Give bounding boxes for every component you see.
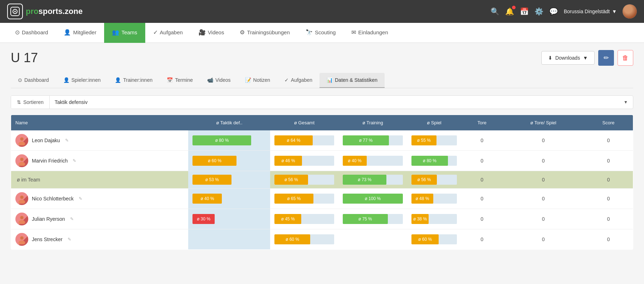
table-cell-training: ø 73 % — [338, 171, 407, 189]
nav-label-videos: Videos — [208, 29, 224, 35]
table-cell-tore: 0 — [461, 209, 503, 229]
nav-label-scouting: Scouting — [315, 29, 336, 35]
main-navbar: ⊙ Dashboard 👤 Mitglieder 👥 Teams ✓ Aufga… — [0, 23, 644, 43]
table-cell-tore: 0 — [461, 171, 503, 189]
nav-item-teams[interactable]: 👥 Teams — [104, 23, 145, 43]
svg-point-14 — [20, 216, 23, 219]
top-nav-actions: 🔍 🔔 📅 ⚙️ 💬 Borussia Dingelstädt ▼ — [491, 4, 637, 19]
svg-point-8 — [20, 158, 23, 161]
subnav-item-dashboard[interactable]: ⊙ Dashboard — [11, 73, 56, 88]
player-edit-icon[interactable]: ✎ — [70, 216, 74, 221]
player-edit-icon[interactable]: ✎ — [79, 196, 82, 201]
table-cell-tore-spiel: 0 — [503, 151, 584, 171]
nav-item-members[interactable]: 👤 Mitglieder — [56, 23, 104, 43]
nav-item-scouting[interactable]: 🔭 Scouting — [298, 23, 343, 43]
nav-label-teams: Teams — [121, 29, 137, 35]
nav-label-dashboard: Dashboard — [22, 29, 48, 35]
table-cell-taktik — [188, 229, 270, 250]
player-avatar — [15, 192, 28, 205]
subnav-item-videos[interactable]: 📹 Videos — [200, 73, 238, 88]
player-name: Leon Dajaku — [32, 138, 60, 143]
table-cell-training: ø 100 % — [338, 189, 407, 209]
svg-point-11 — [20, 196, 23, 199]
subnav-stats-icon: 📊 — [327, 77, 333, 83]
table-cell-spiel: ø 55 % — [407, 130, 461, 151]
svg-point-13 — [19, 220, 25, 224]
page-title: U 17 — [11, 50, 38, 65]
table-cell-taktik: ø 60 % — [188, 151, 270, 171]
table-cell-gesamt: ø 45 % — [270, 209, 338, 229]
members-icon: 👤 — [64, 29, 71, 36]
table-cell-spiel: ø 56 % — [407, 171, 461, 189]
club-selector[interactable]: Borussia Dingelstädt ▼ — [564, 9, 617, 14]
player-cell: Nico Schlotterbeck ✎ — [15, 192, 184, 205]
table-cell-taktik: ø 80 % — [188, 130, 270, 151]
subnav-notes-label: Notizen — [253, 77, 270, 83]
downloads-button[interactable]: ⬇ Downloads ▼ — [541, 51, 595, 65]
nav-item-invitations[interactable]: ✉ Einladungen — [343, 23, 396, 43]
player-edit-icon[interactable]: ✎ — [73, 158, 76, 163]
bell-icon[interactable]: 🔔 — [505, 7, 514, 16]
table-cell-training — [338, 229, 407, 250]
subnav-item-aufgaben[interactable]: ✓ Aufgaben — [277, 73, 319, 88]
nav-item-dashboard[interactable]: ⊙ Dashboard — [7, 23, 56, 43]
svg-point-10 — [19, 200, 25, 204]
subnav-item-dates[interactable]: 📅 Termine — [160, 73, 200, 88]
top-navbar: prosports.zone 🔍 🔔 📅 ⚙️ 💬 Borussia Dinge… — [0, 0, 644, 23]
nav-label-tasks: Aufgaben — [160, 29, 183, 35]
nav-label-invitations: Einladungen — [358, 29, 388, 35]
table-cell-gesamt: ø 46 % — [270, 151, 338, 171]
logo[interactable]: prosports.zone — [7, 4, 83, 19]
message-icon[interactable]: 💬 — [549, 7, 558, 16]
gear-icon[interactable]: ⚙️ — [535, 7, 543, 16]
edit-button[interactable]: ✏ — [598, 50, 614, 66]
table-cell-name: Nico Schlotterbeck ✎ — [11, 189, 189, 209]
subnav-videos-label: Videos — [215, 77, 231, 83]
player-edit-icon[interactable]: ✎ — [65, 138, 69, 143]
col-header-tore-spiel: ø Tore/ Spiel — [503, 115, 584, 131]
club-name: Borussia Dingelstädt — [564, 9, 610, 14]
nav-item-videos[interactable]: 🎥 Videos — [191, 23, 232, 43]
svg-point-16 — [19, 240, 25, 244]
sort-icon: ⇅ — [17, 99, 21, 105]
delete-button[interactable]: 🗑 — [618, 50, 633, 66]
col-header-tore: Tore — [461, 115, 503, 131]
player-avatar — [15, 213, 28, 225]
table-cell-gesamt: ø 65 % — [270, 189, 338, 209]
subnav-notes-icon: 📝 — [245, 77, 251, 83]
table-cell-name: Julian Ryerson ✎ — [11, 209, 189, 229]
table-cell-score: 0 — [584, 229, 633, 250]
subnav-item-stats[interactable]: 📊 Daten & Statistiken — [319, 73, 385, 88]
search-icon[interactable]: 🔍 — [491, 7, 499, 16]
player-name: Julian Ryerson — [32, 216, 65, 222]
sort-button[interactable]: ⇅ Sortieren — [11, 96, 50, 109]
table-row: Leon Dajaku ✎ ø 80 % ø 64 % ø 77 % — [11, 130, 633, 151]
sub-navbar: ⊙ Dashboard 👤 Spieler:innen 👤 Trainer:in… — [11, 73, 633, 88]
table-cell-score: 0 — [584, 171, 633, 189]
avatar[interactable] — [623, 4, 637, 19]
sort-label: Sortieren — [23, 99, 44, 105]
table-cell-gesamt: ø 64 % — [270, 130, 338, 151]
tasks-icon: ✓ — [153, 29, 158, 36]
calendar-icon[interactable]: 📅 — [520, 7, 529, 16]
subnav-aufgaben-label: Aufgaben — [291, 77, 312, 83]
nav-item-training[interactable]: ⚙ Trainingsübungen — [232, 23, 298, 43]
subnav-item-notes[interactable]: 📝 Notizen — [238, 73, 277, 88]
logo-text: prosports.zone — [26, 7, 83, 16]
subnav-dashboard-label: Dashboard — [24, 77, 49, 83]
nav-label-training: Trainingsübungen — [247, 29, 290, 35]
player-name: Jens Strecker — [32, 236, 63, 242]
subnav-item-coaches[interactable]: 👤 Trainer:innen — [108, 73, 160, 88]
table-row: ø im Team ø 53 % ø 56 % ø 73 % — [11, 171, 633, 189]
page-header: U 17 ⬇ Downloads ▼ ✏ 🗑 — [11, 50, 633, 66]
table-cell-score: 0 — [584, 189, 633, 209]
player-avatar — [15, 134, 28, 147]
svg-point-17 — [20, 236, 23, 239]
subnav-item-players[interactable]: 👤 Spieler:innen — [56, 73, 108, 88]
nav-label-members: Mitglieder — [73, 29, 96, 35]
nav-item-tasks[interactable]: ✓ Aufgaben — [145, 23, 191, 43]
sort-select[interactable]: Taktik defensiv — [50, 96, 619, 109]
subnav-coaches-icon: 👤 — [115, 77, 121, 83]
player-edit-icon[interactable]: ✎ — [68, 237, 71, 242]
table-cell-training: ø 77 % — [338, 130, 407, 151]
